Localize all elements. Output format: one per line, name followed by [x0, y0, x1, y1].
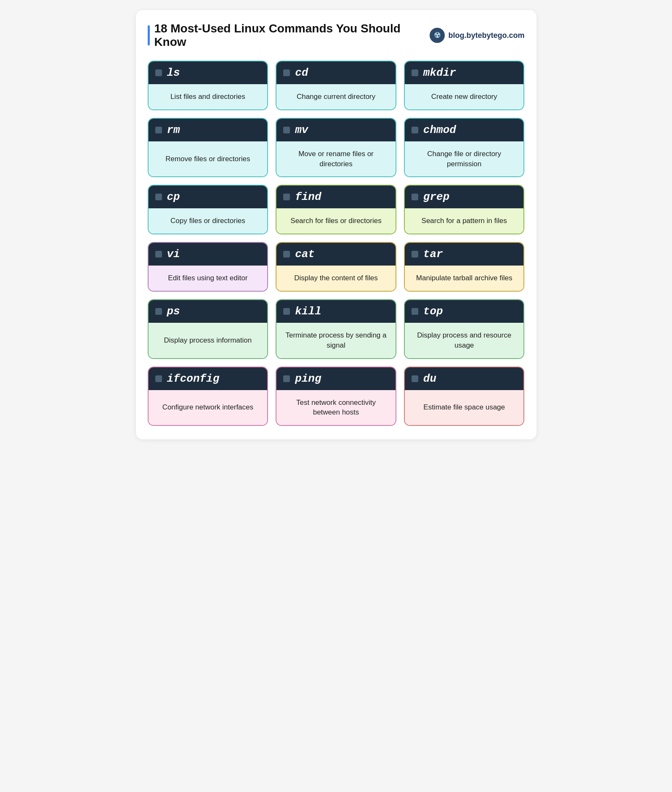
card-cd: cdChange current directory: [276, 61, 396, 110]
card-grep: grepSearch for a pattern in files: [404, 185, 525, 234]
card-description-vi: Edit files using text editor: [149, 266, 268, 291]
page-wrapper: 18 Most-Used Linux Commands You Should K…: [136, 10, 537, 439]
header: 18 Most-Used Linux Commands You Should K…: [148, 22, 525, 49]
card-du: duEstimate file space usage: [404, 367, 525, 426]
command-name-grep: grep: [423, 191, 449, 203]
card-description-du: Estimate file space usage: [405, 390, 524, 425]
page-title: 18 Most-Used Linux Commands You Should K…: [154, 22, 430, 49]
card-header-cat: cat: [276, 243, 396, 266]
card-mv: mvMove or rename files or directories: [276, 118, 396, 178]
card-description-ifconfig: Configure network interfaces: [149, 390, 268, 425]
commands-grid: lsList files and directoriescdChange cur…: [148, 61, 525, 426]
terminal-icon-chmod: [412, 127, 418, 133]
terminal-icon-ps: [155, 308, 162, 315]
command-name-ping: ping: [295, 372, 321, 385]
card-ping: pingTest network connectivity between ho…: [276, 367, 396, 426]
accent-bar: [148, 25, 150, 45]
terminal-icon-cd: [283, 69, 290, 76]
command-name-ls: ls: [167, 66, 180, 79]
command-name-cat: cat: [295, 248, 315, 260]
terminal-icon-mkdir: [412, 69, 418, 76]
card-header-mv: mv: [276, 119, 396, 141]
terminal-icon-top: [412, 308, 418, 315]
command-name-find: find: [295, 191, 321, 203]
terminal-icon-cat: [283, 251, 290, 258]
card-rm: rmRemove files or directories: [148, 118, 268, 178]
terminal-icon-vi: [155, 251, 162, 258]
card-tar: tarManipulate tarball archive files: [404, 242, 525, 292]
card-header-du: du: [405, 367, 524, 390]
card-ps: psDisplay process information: [148, 299, 268, 359]
card-header-chmod: chmod: [405, 119, 524, 141]
header-logo: ☢ blog.bytebytego.com: [430, 28, 524, 43]
card-header-kill: kill: [276, 300, 396, 323]
card-header-vi: vi: [149, 243, 268, 266]
card-header-tar: tar: [405, 243, 524, 266]
terminal-icon-grep: [412, 194, 418, 200]
terminal-icon-rm: [155, 127, 162, 133]
command-name-cd: cd: [295, 66, 308, 79]
terminal-icon-kill: [283, 308, 290, 315]
card-header-cp: cp: [149, 186, 268, 208]
card-mkdir: mkdirCreate new directory: [404, 61, 525, 110]
card-top: topDisplay process and resource usage: [404, 299, 525, 359]
card-cp: cpCopy files or directories: [148, 185, 268, 234]
terminal-icon-find: [283, 194, 290, 200]
card-chmod: chmodChange file or directory permission: [404, 118, 525, 178]
card-cat: catDisplay the content of files: [276, 242, 396, 292]
card-header-top: top: [405, 300, 524, 323]
card-description-ping: Test network connectivity between hosts: [276, 390, 396, 425]
terminal-icon-tar: [412, 251, 418, 258]
terminal-icon-ifconfig: [155, 375, 162, 382]
command-name-ifconfig: ifconfig: [167, 372, 220, 385]
card-header-cd: cd: [276, 61, 396, 84]
card-description-chmod: Change file or directory permission: [405, 141, 524, 177]
command-name-mv: mv: [295, 124, 308, 136]
card-description-cp: Copy files or directories: [149, 208, 268, 234]
card-kill: killTerminate process by sending a signa…: [276, 299, 396, 359]
card-header-mkdir: mkdir: [405, 61, 524, 84]
command-name-kill: kill: [295, 305, 321, 318]
command-name-ps: ps: [167, 305, 180, 318]
card-vi: viEdit files using text editor: [148, 242, 268, 292]
card-header-ping: ping: [276, 367, 396, 390]
command-name-du: du: [423, 372, 436, 385]
card-description-tar: Manipulate tarball archive files: [405, 266, 524, 291]
command-name-mkdir: mkdir: [423, 66, 456, 79]
card-header-ls: ls: [149, 61, 268, 84]
card-header-ifconfig: ifconfig: [149, 367, 268, 390]
terminal-icon-du: [412, 375, 418, 382]
card-description-find: Search for files or directories: [276, 208, 396, 234]
command-name-cp: cp: [167, 191, 180, 203]
card-header-rm: rm: [149, 119, 268, 141]
logo-text: blog.bytebytego.com: [448, 31, 524, 40]
command-name-top: top: [423, 305, 443, 318]
card-description-kill: Terminate process by sending a signal: [276, 323, 396, 358]
card-header-grep: grep: [405, 186, 524, 208]
header-title-group: 18 Most-Used Linux Commands You Should K…: [148, 22, 430, 49]
card-ls: lsList files and directories: [148, 61, 268, 110]
terminal-icon-ls: [155, 69, 162, 76]
card-header-ps: ps: [149, 300, 268, 323]
card-description-top: Display process and resource usage: [405, 323, 524, 358]
terminal-icon-ping: [283, 375, 290, 382]
command-name-vi: vi: [167, 248, 180, 260]
command-name-tar: tar: [423, 248, 443, 260]
command-name-chmod: chmod: [423, 124, 456, 136]
card-description-ps: Display process information: [149, 323, 268, 358]
card-description-mv: Move or rename files or directories: [276, 141, 396, 177]
card-description-rm: Remove files or directories: [149, 141, 268, 177]
card-description-ls: List files and directories: [149, 84, 268, 109]
terminal-icon-cp: [155, 194, 162, 200]
terminal-icon-mv: [283, 127, 290, 133]
card-header-find: find: [276, 186, 396, 208]
card-description-cd: Change current directory: [276, 84, 396, 109]
card-ifconfig: ifconfigConfigure network interfaces: [148, 367, 268, 426]
card-find: findSearch for files or directories: [276, 185, 396, 234]
command-name-rm: rm: [167, 124, 180, 136]
card-description-grep: Search for a pattern in files: [405, 208, 524, 234]
logo-icon: ☢: [430, 28, 445, 43]
card-description-cat: Display the content of files: [276, 266, 396, 291]
card-description-mkdir: Create new directory: [405, 84, 524, 109]
